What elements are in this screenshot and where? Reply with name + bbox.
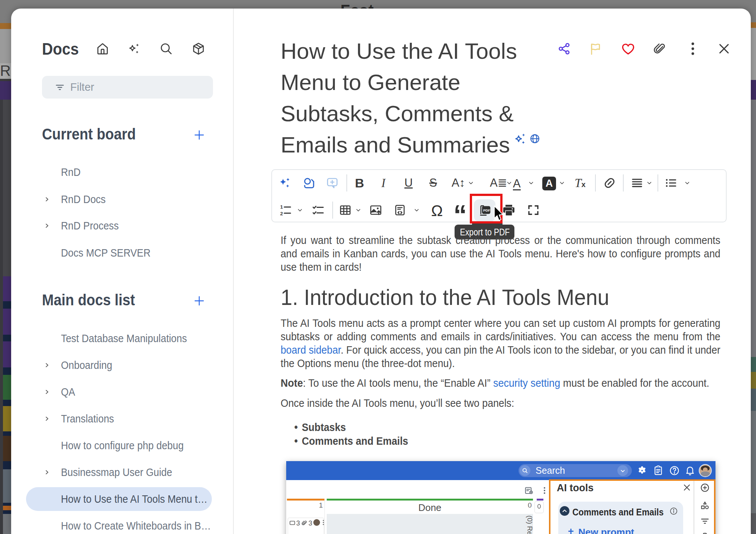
- svg-text:2: 2: [280, 211, 283, 216]
- svg-text:1: 1: [280, 204, 283, 210]
